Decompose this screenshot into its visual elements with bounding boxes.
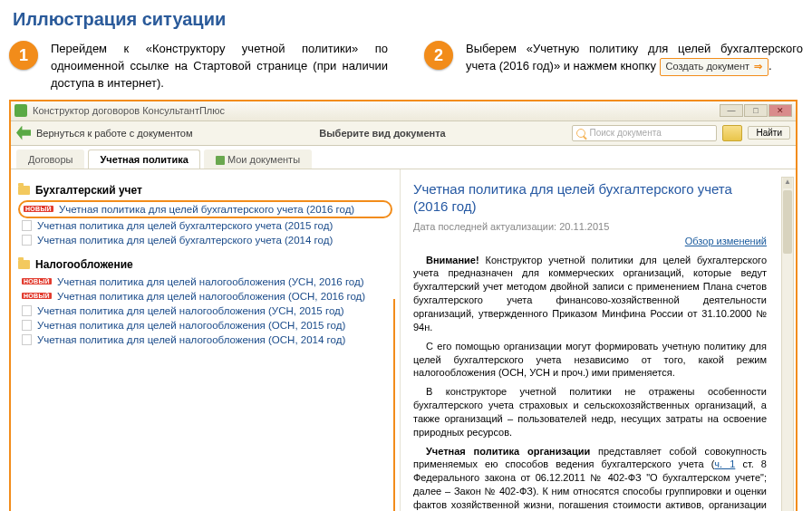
preview-meta: Дата последней актуализации: 20.11.2015 [413,221,767,232]
doc-item-tax-usn-2015[interactable]: Учетная политика для целей налогообложен… [18,304,392,318]
maximize-button[interactable]: □ [744,104,768,117]
preview-panel: ▲ ▼ Учетная политика для целей бухгалтер… [401,169,796,511]
doc-label: Учетная политика для целей бухгалтерског… [37,235,333,246]
window-titlebar: Конструктор договоров КонсультантПлюс — … [11,101,796,121]
search-icon [576,129,585,138]
search-input[interactable]: Поиск документа [572,125,717,141]
folder-icon [18,260,30,269]
create-document-inline-button: Создать документ ⇒ [660,58,769,76]
new-badge-icon: НОВЫЙ [24,206,53,212]
doc-label: Учетная политика для целей налогообложен… [37,334,345,345]
step-1-badge: 1 [9,41,38,70]
content-area: Бухгалтерский учет НОВЫЙ Учетная политик… [11,169,796,511]
document-icon [22,235,32,246]
category-tax-label: Налогообложение [35,258,133,271]
doc-label: Учетная политика для целей налогообложен… [57,291,365,302]
new-badge-icon: НОВЫЙ [22,278,52,284]
step-1-text: Перейдем к «Конструктору учетной политик… [51,41,388,92]
doc-item-tax-osn-2015[interactable]: Учетная политика для целей налогообложен… [18,318,392,333]
doc-item-tax-usn-2016[interactable]: НОВЫЙ Учетная политика для целей налогоо… [18,275,392,289]
doc-item-buh-2016[interactable]: НОВЫЙ Учетная политика для целей бухгалт… [18,200,392,218]
document-icon [22,320,32,331]
annotation-connector [393,299,395,511]
doc-item-buh-2014[interactable]: Учетная политика для целей бухгалтерског… [18,233,392,247]
review-changes-link[interactable]: Обзор изменений [413,236,767,246]
category-tax: Налогообложение [18,258,392,271]
doc-item-buh-2015[interactable]: Учетная политика для целей бухгалтерског… [18,218,392,233]
arrow-right-icon: ⇒ [754,61,762,72]
document-icon [22,305,32,316]
mydocs-icon [216,156,225,165]
document-tree: Бухгалтерский учет НОВЫЙ Учетная политик… [11,169,401,511]
find-button[interactable]: Найти [748,126,790,140]
doc-label: Учетная политика для целей налогообложен… [37,320,345,331]
preview-title: Учетная политика для целей бухгалтерског… [413,180,767,216]
folder-icon [18,186,30,195]
back-arrow-icon[interactable] [16,126,31,140]
preview-para-2: С его помощью организации могут формиров… [413,340,767,381]
window-title: Конструктор договоров КонсультантПлюс [33,105,720,116]
search-go-button[interactable] [722,125,742,141]
window-buttons: — □ ✕ [720,104,792,117]
doc-label: Учетная политика для целей налогообложен… [57,276,364,287]
toolbar: Вернуться к работе с документом Выберите… [11,121,796,146]
steps-row: 1 Перейдем к «Конструктору учетной полит… [9,41,803,92]
minimize-button[interactable]: — [720,104,743,117]
tab-accounting-policy[interactable]: Учетная политика [88,149,199,169]
preview-para-3: В конструкторе учетной политики не отраж… [413,385,767,439]
scroll-up-icon[interactable]: ▲ [783,178,792,188]
tab-contracts[interactable]: Договоры [16,149,84,169]
doc-label: Учетная политика для целей налогообложен… [37,305,344,316]
tab-my-documents[interactable]: Мои документы [204,149,312,169]
tabs-row: Договоры Учетная политика Мои документы [11,146,796,169]
scroll-thumb[interactable] [783,190,792,254]
app-window-wrapper: Конструктор договоров КонсультантПлюс — … [9,100,803,511]
doc-label: Учетная политика для целей бухгалтерског… [37,220,333,231]
category-accounting: Бухгалтерский учет [18,184,392,197]
create-document-inline-label: Создать документ [666,61,750,72]
toolbar-caption: Выберите вид документа [198,128,567,139]
page-heading: Иллюстрация ситуации [13,9,803,30]
doc-item-tax-osn-2014[interactable]: Учетная политика для целей налогообложен… [18,333,392,347]
document-icon [22,334,32,345]
new-badge-icon: НОВЫЙ [22,293,52,299]
preview-para-4: Учетная политика организации представляе… [413,445,767,511]
step-2: 2 Выберем «Учетную политику для целей бу… [424,41,803,92]
app-icon [14,104,27,117]
search-placeholder: Поиск документа [589,128,661,138]
app-window: Конструктор договоров КонсультантПлюс — … [9,100,798,511]
scrollbar[interactable]: ▲ ▼ [781,177,794,511]
doc-item-tax-osn-2016[interactable]: НОВЫЙ Учетная политика для целей налогоо… [18,289,392,304]
close-button[interactable]: ✕ [768,104,792,117]
document-icon [22,220,32,231]
step-2-text: Выберем «Учетную политику для целей бухг… [466,41,803,92]
step-1: 1 Перейдем к «Конструктору учетной полит… [9,41,388,92]
category-accounting-label: Бухгалтерский учет [35,184,142,197]
step-2-badge: 2 [424,41,453,70]
preview-para-1: Внимание! Конструктор учетной политики д… [413,254,767,334]
law-link[interactable]: ч. 1 [714,458,735,469]
back-link[interactable]: Вернуться к работе с документом [36,128,193,139]
doc-label: Учетная политика для целей бухгалтерског… [59,204,354,215]
tab-my-documents-label: Мои документы [227,154,300,165]
